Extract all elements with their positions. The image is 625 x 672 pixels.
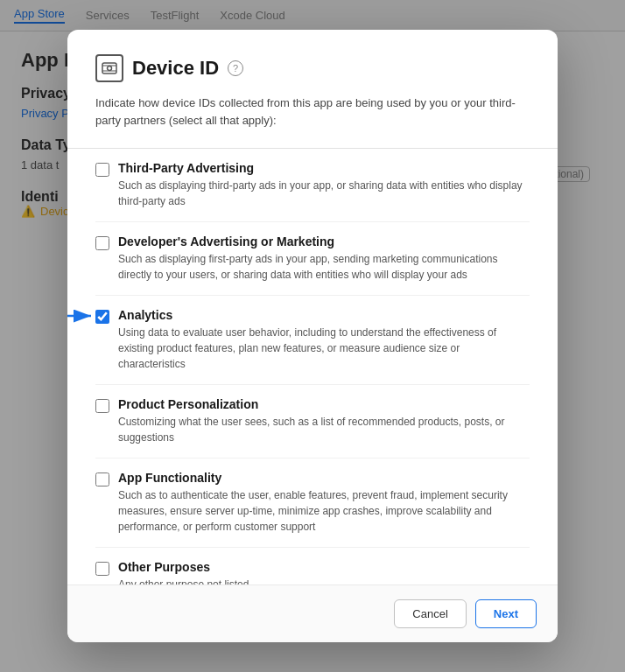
modal-body: Device ID ? Indicate how device IDs coll… (67, 30, 558, 584)
checkbox-wrapper-product[interactable] (95, 399, 109, 416)
checkbox-content-third-party: Third-Party Advertising Such as displayi… (118, 161, 530, 209)
checkbox-content-other: Other Purposes Any other purpose not lis… (118, 560, 249, 584)
checkbox-item-third-party-advertising: Third-Party Advertising Such as displayi… (95, 149, 530, 222)
checkbox-content-developers: Developer's Advertising or Marketing Suc… (118, 234, 530, 283)
checkbox-product-personalization[interactable] (95, 399, 109, 413)
checkbox-content-product: Product Personalization Customizing what… (118, 397, 530, 445)
checkbox-other-purposes[interactable] (95, 562, 109, 576)
checkbox-item-analytics: Analytics Using data to evaluate user be… (95, 296, 530, 385)
modal-footer: Cancel Next (67, 584, 558, 642)
svg-rect-0 (102, 63, 116, 74)
checkbox-label-app-func: App Functionality (118, 471, 530, 485)
checkbox-app-functionality[interactable] (95, 472, 109, 486)
checkbox-list: Third-Party Advertising Such as displayi… (95, 149, 530, 584)
checkbox-developers-advertising[interactable] (95, 236, 109, 250)
svg-point-1 (108, 66, 112, 71)
checkbox-label-other: Other Purposes (118, 560, 249, 574)
checkbox-wrapper-other[interactable] (95, 562, 109, 579)
checkbox-item-other-purposes: Other Purposes Any other purpose not lis… (95, 548, 530, 584)
next-button[interactable]: Next (475, 599, 537, 628)
checkbox-item-app-functionality: App Functionality Such as to authenticat… (95, 458, 530, 548)
analytics-arrow (67, 303, 113, 329)
device-id-modal: Device ID ? Indicate how device IDs coll… (67, 30, 558, 642)
device-id-icon (95, 54, 123, 82)
checkbox-desc-third-party: Such as displaying third-party ads in yo… (118, 178, 530, 209)
modal-description: Indicate how device IDs collected from t… (95, 94, 530, 129)
help-icon[interactable]: ? (228, 60, 243, 76)
checkbox-label-third-party: Third-Party Advertising (118, 161, 530, 175)
checkbox-desc-analytics: Using data to evaluate user behavior, in… (118, 325, 530, 372)
checkbox-wrapper-developers[interactable] (95, 236, 109, 254)
modal-overlay: Device ID ? Indicate how device IDs coll… (0, 0, 625, 672)
checkbox-label-product: Product Personalization (118, 397, 530, 411)
checkbox-desc-other: Any other purpose not listed (118, 577, 249, 584)
checkbox-desc-product: Customizing what the user sees, such as … (118, 414, 530, 445)
checkbox-content-app-func: App Functionality Such as to authenticat… (118, 471, 530, 535)
checkbox-wrapper-app-func[interactable] (95, 472, 109, 490)
modal-title: Device ID (132, 57, 219, 80)
checkbox-label-analytics: Analytics (118, 308, 530, 322)
cancel-button[interactable]: Cancel (394, 599, 466, 628)
modal-header: Device ID ? (95, 54, 530, 82)
checkbox-desc-app-func: Such as to authenticate the user, enable… (118, 487, 530, 535)
checkbox-label-developers: Developer's Advertising or Marketing (118, 234, 530, 248)
checkbox-desc-developers: Such as displaying first-party ads in yo… (118, 251, 530, 283)
checkbox-wrapper-third-party[interactable] (95, 163, 109, 180)
checkbox-item-developers-advertising: Developer's Advertising or Marketing Suc… (95, 222, 530, 296)
checkbox-third-party-advertising[interactable] (95, 163, 109, 177)
checkbox-content-analytics: Analytics Using data to evaluate user be… (118, 308, 530, 372)
checkbox-item-product-personalization: Product Personalization Customizing what… (95, 385, 530, 458)
